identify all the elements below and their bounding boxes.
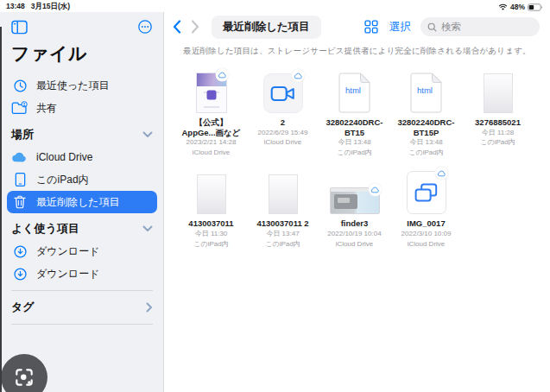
sidebar-header <box>11 16 153 37</box>
download-icon <box>11 244 28 259</box>
file-item[interactable]: 4130037011今日 11:30このiPad内 <box>175 171 247 249</box>
sidebar-section-label: よく使う項目 <box>11 221 79 237</box>
file-date: 2022/10/19 10:04 <box>327 229 381 239</box>
file-name: 3276885021 <box>475 117 521 128</box>
page-title: 最近削除した項目 <box>212 16 321 39</box>
status-time-date: 13:483月15日(水) <box>6 2 76 12</box>
chevron-down-icon[interactable] <box>142 131 153 138</box>
file-location: iCloud Drive <box>408 239 446 250</box>
file-item[interactable]: html32802240DRC-BT15今日 13:48このiPad内 <box>319 70 390 157</box>
files-app-window: 13:483月15日(水) 48% ファイル 最近使った項目共有場所iCloud… <box>0 0 550 392</box>
file-item[interactable]: html32802240DRC-BT15P今日 13:48このiPad内 <box>390 70 462 157</box>
sidebar-divider <box>11 290 153 291</box>
icloud-download-badge-icon <box>369 183 382 196</box>
sidebar-nav: 最近使った項目共有場所iCloud DriveこのiPad内最近削除した項目よく… <box>11 74 153 325</box>
file-date: 今日 11:28 <box>482 128 515 138</box>
sidebar-item[interactable]: このiPad内 <box>7 168 157 191</box>
file-date: 今日 13:48 <box>409 137 442 148</box>
grid-view-icon[interactable] <box>364 20 378 34</box>
forward-chevron-icon[interactable] <box>189 18 201 35</box>
file-location: iCloud Drive <box>336 239 374 250</box>
google-lens-icon <box>13 366 35 389</box>
file-location: このiPad内 <box>480 137 515 148</box>
sidebar-section-header[interactable]: よく使う項目 <box>11 218 153 240</box>
sidebar-item[interactable]: 最近削除した項目 <box>7 191 157 213</box>
document-thumbnail <box>484 73 513 113</box>
chevron-down-icon[interactable] <box>142 225 153 232</box>
file-name: 32802240DRC-BT15P <box>390 117 462 137</box>
file-item[interactable]: 4130037011 2今日 13:47このiPad内 <box>247 171 319 249</box>
sidebar-item-label: 最近使った項目 <box>36 79 110 93</box>
sidebar-item-label: 共有 <box>36 101 57 116</box>
shared-folder-icon <box>11 101 28 115</box>
search-icon <box>427 22 437 32</box>
file-location: このiPad内 <box>193 239 228 250</box>
status-time: 13:48 <box>6 2 25 10</box>
file-name: IMG_0017 <box>407 218 445 229</box>
select-button[interactable]: 選択 <box>389 20 411 35</box>
file-location: このiPad内 <box>337 148 371 158</box>
more-options-icon[interactable] <box>137 19 153 35</box>
battery-percent: 48% <box>510 3 525 11</box>
file-location: このiPad内 <box>408 148 443 158</box>
sidebar-item-label: ダウンロード <box>36 244 99 259</box>
file-date: 今日 13:48 <box>338 137 370 148</box>
file-item[interactable]: 3276885021今日 11:28このiPad内 <box>462 70 534 157</box>
recently-deleted-notice: 最近削除した項目は、ストレージサービス提供者により完全に削除される場合があります… <box>164 46 550 57</box>
file-date: 2023/2/21 14:28 <box>186 137 237 148</box>
sidebar-item-label: iCloud Drive <box>36 151 92 163</box>
html-file-icon: html <box>410 73 442 113</box>
sidebar-item-label: 最近削除した項目 <box>36 195 120 210</box>
document-thumbnail <box>269 174 298 214</box>
file-name: 32802240DRC-BT15 <box>319 117 390 137</box>
toolbar: 最近削除した項目 選択 検索 <box>164 12 550 41</box>
svg-text:html: html <box>417 85 433 95</box>
sidebar-item[interactable]: 共有 <box>7 97 157 119</box>
file-item[interactable]: 22022/6/29 15:49iCloud Drive <box>247 70 319 157</box>
status-date: 3月15日(水) <box>31 2 70 10</box>
sidebar-toggle-icon[interactable] <box>11 20 28 35</box>
files-grid: 【公式】 AppGe...画など2023/2/21 14:28iCloud Dr… <box>175 70 550 249</box>
file-item[interactable]: IMG_00172022/3/10 10:09iCloud Drive <box>390 171 462 249</box>
status-bar: 13:483月15日(水) 48% <box>0 0 550 12</box>
sidebar-section-label: 場所 <box>11 127 34 142</box>
icloud-icon <box>11 151 28 163</box>
trash-icon <box>11 195 28 209</box>
chevron-right-icon[interactable] <box>146 302 153 313</box>
app-title: ファイル <box>11 41 153 66</box>
file-name: finder3 <box>341 218 369 229</box>
ipad-icon <box>11 172 28 187</box>
icloud-download-badge-icon <box>435 167 448 180</box>
document-thumbnail <box>197 174 226 214</box>
sidebar-item[interactable]: 最近使った項目 <box>7 74 157 97</box>
search-input[interactable]: 検索 <box>420 17 540 36</box>
file-name: 【公式】 AppGe...画など <box>181 117 240 137</box>
main-content: 最近削除した項目 選択 検索 最近削除した項目は、ストレージサービス提供者により… <box>164 12 550 392</box>
file-name: 4130037011 <box>188 218 233 229</box>
icloud-download-badge-icon <box>292 69 305 82</box>
sidebar-item[interactable]: iCloud Drive <box>7 146 157 168</box>
sidebar-section-label: タグ <box>11 300 35 315</box>
sidebar-item[interactable]: ダウンロード <box>7 262 157 285</box>
file-location: このiPad内 <box>265 239 300 250</box>
file-name: 4130037011 2 <box>256 218 308 229</box>
file-date: 今日 13:47 <box>266 229 299 239</box>
status-indicators: 48% <box>498 3 543 11</box>
screen-edge-artifact <box>0 27 2 392</box>
file-date: 今日 11:30 <box>195 229 228 239</box>
battery-icon <box>528 3 543 11</box>
sidebar-section-header[interactable]: 場所 <box>11 123 153 146</box>
sidebar-section-header[interactable]: タグ <box>11 296 153 319</box>
sidebar-item-label: ダウンロード <box>36 267 99 281</box>
file-item[interactable]: finder32022/10/19 10:04iCloud Drive <box>319 171 390 249</box>
back-chevron-icon[interactable] <box>171 18 183 35</box>
sidebar-item[interactable]: ダウンロード <box>7 240 157 262</box>
file-item[interactable]: 【公式】 AppGe...画など2023/2/21 14:28iCloud Dr… <box>175 70 247 157</box>
file-date: 2022/6/29 15:49 <box>258 128 308 138</box>
clock-icon <box>11 79 28 93</box>
sidebar: ファイル 最近使った項目共有場所iCloud DriveこのiPad内最近削除し… <box>0 12 164 392</box>
wifi-icon <box>498 3 508 11</box>
sidebar-divider <box>11 324 153 325</box>
file-location: iCloud Drive <box>193 148 231 158</box>
file-location: iCloud Drive <box>264 137 302 148</box>
